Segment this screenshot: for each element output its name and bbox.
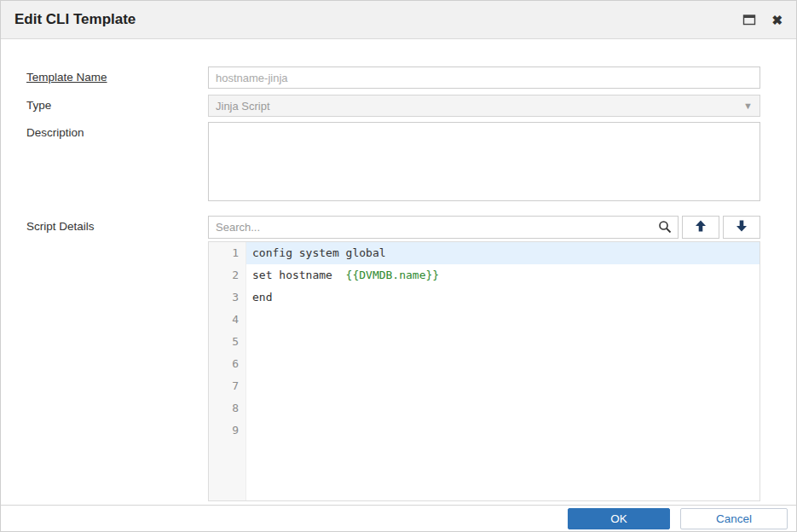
search-prev-button[interactable] bbox=[682, 216, 719, 239]
line-number: 1 bbox=[209, 242, 246, 264]
code-text bbox=[246, 375, 759, 397]
line-number: 3 bbox=[209, 286, 246, 309]
type-select-value: Jinja Script bbox=[216, 100, 270, 113]
arrow-up-icon bbox=[695, 220, 707, 235]
search-next-button[interactable] bbox=[723, 216, 760, 239]
dialog-title: Edit CLI Template bbox=[14, 11, 742, 28]
dialog-body: Template Name Type Jinja Script ▼ Descri… bbox=[1, 39, 796, 239]
line-number: 2 bbox=[209, 264, 246, 286]
script-details-label: Script Details bbox=[26, 216, 208, 233]
chevron-down-icon: ▼ bbox=[743, 101, 753, 111]
code-line[interactable]: 9 bbox=[209, 419, 759, 442]
ok-button[interactable]: OK bbox=[568, 508, 670, 529]
description-textarea[interactable] bbox=[208, 122, 760, 201]
editor-lines: 1config system global2set hostname {{DVM… bbox=[209, 242, 759, 442]
code-line[interactable]: 6 bbox=[209, 353, 759, 375]
line-number: 4 bbox=[209, 309, 246, 331]
code-line[interactable]: 5 bbox=[209, 331, 759, 353]
code-line[interactable]: 7 bbox=[209, 375, 759, 397]
search-input[interactable] bbox=[208, 216, 679, 239]
close-icon[interactable]: ✖ bbox=[771, 14, 783, 26]
arrow-down-icon bbox=[736, 220, 748, 235]
code-line[interactable]: 1config system global bbox=[209, 242, 759, 264]
code-line[interactable]: 4 bbox=[209, 309, 759, 331]
code-text: set hostname {{DVMDB.name}} bbox=[246, 264, 759, 286]
dialog-footer: OK Cancel bbox=[1, 505, 796, 531]
code-line[interactable]: 8 bbox=[209, 397, 759, 419]
restore-window-icon[interactable] bbox=[742, 14, 756, 26]
template-name-label[interactable]: Template Name bbox=[26, 66, 208, 84]
code-line[interactable]: 3end bbox=[209, 286, 759, 309]
code-line[interactable]: 2set hostname {{DVMDB.name}} bbox=[209, 264, 759, 286]
code-text bbox=[246, 309, 759, 331]
cancel-button[interactable]: Cancel bbox=[680, 508, 788, 529]
editor-toolbar bbox=[208, 216, 760, 239]
description-row: Description bbox=[26, 122, 796, 205]
code-text bbox=[246, 419, 759, 442]
template-name-row: Template Name bbox=[26, 66, 796, 89]
line-number: 7 bbox=[209, 375, 246, 397]
template-name-input[interactable] bbox=[208, 66, 760, 89]
search-icon[interactable] bbox=[658, 220, 672, 237]
script-editor[interactable]: 1config system global2set hostname {{DVM… bbox=[208, 241, 760, 501]
line-number: 9 bbox=[209, 419, 246, 442]
dialog-header: Edit CLI Template ✖ bbox=[1, 1, 796, 39]
line-number: 5 bbox=[209, 331, 246, 353]
code-text bbox=[246, 353, 759, 375]
type-label: Type bbox=[26, 95, 208, 112]
edit-cli-template-dialog: Edit CLI Template ✖ Template Name Type bbox=[0, 0, 797, 532]
code-text bbox=[246, 331, 759, 353]
code-text bbox=[246, 397, 759, 419]
line-number: 8 bbox=[209, 397, 246, 419]
script-details-row: Script Details bbox=[26, 216, 796, 239]
description-label: Description bbox=[26, 122, 208, 139]
search-box bbox=[208, 216, 679, 239]
line-number: 6 bbox=[209, 353, 246, 375]
window-controls: ✖ bbox=[742, 14, 783, 26]
code-text: config system global bbox=[246, 242, 759, 264]
type-select[interactable]: Jinja Script ▼ bbox=[208, 95, 760, 117]
type-row: Type Jinja Script ▼ bbox=[26, 95, 796, 117]
code-text: end bbox=[246, 286, 759, 309]
